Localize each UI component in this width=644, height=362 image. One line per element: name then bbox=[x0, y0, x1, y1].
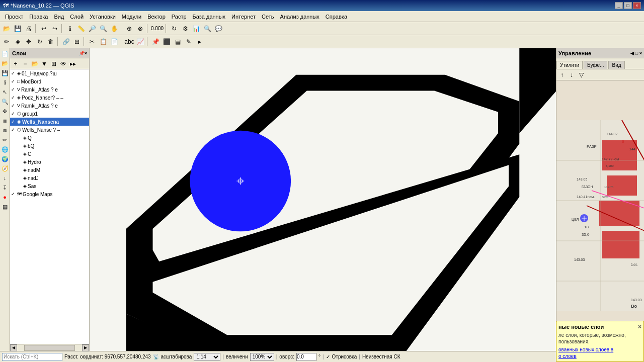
menu-edit[interactable]: Правка bbox=[26, 13, 51, 21]
tab-buffer[interactable]: Буфе... bbox=[584, 61, 607, 69]
rp-tb-down[interactable]: ↓ bbox=[567, 70, 576, 79]
vt-select[interactable]: ↖ bbox=[1, 87, 10, 97]
rp-tb-up[interactable]: ↑ bbox=[557, 70, 567, 79]
layer-item[interactable]: ◈C bbox=[10, 150, 89, 158]
tb2-snap[interactable]: 🔗 bbox=[60, 36, 71, 47]
layer-item[interactable]: ✓⬡Wells_Nanse ? – bbox=[10, 126, 89, 134]
menu-database[interactable]: База данных bbox=[190, 13, 229, 21]
vt-red-dot[interactable]: ● bbox=[1, 193, 10, 202]
scale-select[interactable]: 1:14 1:100 1:1000 bbox=[194, 353, 220, 361]
layers-tb-filter[interactable]: ▼ bbox=[40, 59, 49, 68]
vt-pan[interactable]: ✥ bbox=[1, 107, 10, 116]
tb-refresh[interactable]: ↻ bbox=[169, 23, 180, 34]
tb2-move[interactable]: ✥ bbox=[23, 36, 34, 47]
hscroll-track[interactable] bbox=[24, 345, 75, 351]
tb2-more[interactable]: ▸ bbox=[194, 36, 205, 47]
menu-raster[interactable]: Растр bbox=[169, 13, 190, 21]
tb-feature-count[interactable]: 📊 bbox=[191, 23, 202, 34]
tb2-diagram[interactable]: 📈 bbox=[135, 36, 146, 47]
maximize-btn[interactable]: □ bbox=[624, 2, 632, 9]
vt-down1[interactable]: ↓ bbox=[1, 173, 10, 183]
menu-modules[interactable]: Модули bbox=[119, 13, 144, 21]
layers-list[interactable]: ✓◈01_Надмор.?ш✓□ModBord✓VRamki_Atlas ? е… bbox=[10, 69, 89, 344]
tb-pan[interactable]: ✋ bbox=[109, 23, 120, 34]
layer-item[interactable]: ✓□ModBord bbox=[10, 77, 89, 85]
layers-tb-open[interactable]: 📂 bbox=[30, 59, 39, 68]
tb-redo[interactable]: ↪ bbox=[49, 23, 60, 34]
tb-print[interactable]: 🖨 bbox=[23, 23, 34, 34]
window-controls[interactable]: _ □ × bbox=[615, 2, 641, 9]
vt-open[interactable]: 📂 bbox=[1, 59, 10, 68]
menu-network[interactable]: Сеть bbox=[259, 13, 277, 21]
layers-tb-group[interactable]: ⊞ bbox=[49, 59, 58, 68]
layer-checkbox[interactable]: ✓ bbox=[11, 87, 17, 92]
tb2-cut[interactable]: ✂ bbox=[87, 36, 98, 47]
layer-item[interactable]: ✓◉Wells_Nansena bbox=[10, 118, 89, 126]
hscroll-left[interactable]: ◀ bbox=[10, 344, 17, 351]
layer-checkbox[interactable]: ✓ bbox=[11, 111, 17, 116]
menu-view[interactable]: Вид bbox=[51, 13, 67, 21]
tb-zoom-in[interactable]: 🔎 bbox=[87, 23, 98, 34]
vt-new[interactable]: 📄 bbox=[1, 49, 10, 58]
tb-zoom-out[interactable]: 🔍 bbox=[98, 23, 109, 34]
menu-internet[interactable]: Интернет bbox=[228, 13, 259, 21]
tb-map-tips[interactable]: 💬 bbox=[213, 23, 224, 34]
vt-save[interactable]: 💾 bbox=[1, 68, 10, 77]
rp-tb-expand[interactable]: ▽ bbox=[577, 70, 586, 79]
map-canvas[interactable] bbox=[90, 48, 556, 351]
close-btn[interactable]: × bbox=[633, 2, 641, 9]
layer-item[interactable]: ◈Sas bbox=[10, 182, 89, 190]
layer-checkbox[interactable]: ✓ bbox=[11, 95, 17, 100]
tb-identify[interactable]: ℹ bbox=[64, 23, 75, 34]
tb-save[interactable]: 💾 bbox=[12, 23, 23, 34]
layer-checkbox[interactable]: ✓ bbox=[11, 119, 17, 124]
menu-analysis[interactable]: Анализ данных bbox=[277, 13, 323, 21]
vt-edit[interactable]: ✏ bbox=[1, 135, 10, 144]
hscroll-right[interactable]: ▶ bbox=[82, 344, 89, 351]
layer-checkbox[interactable]: ✓ bbox=[11, 71, 17, 76]
tab-view[interactable]: Вид bbox=[608, 61, 624, 69]
right-panel-controls[interactable]: ◀ □ × bbox=[630, 51, 642, 56]
vt-zoom[interactable]: 🔍 bbox=[1, 97, 10, 106]
layer-item[interactable]: ✓◈Podz_Nanser? – – bbox=[10, 94, 89, 102]
notif-close-btn[interactable]: × bbox=[638, 323, 641, 330]
layer-item[interactable]: ◈nadJ bbox=[10, 174, 89, 182]
rotation-input[interactable] bbox=[296, 353, 316, 361]
layer-checkbox[interactable]: ✓ bbox=[11, 127, 17, 132]
tb2-rotate[interactable]: ↻ bbox=[34, 36, 45, 47]
menu-help[interactable]: Справка bbox=[323, 13, 350, 21]
layer-item[interactable]: ✓VRamki_Atlas ? е bbox=[10, 85, 89, 94]
tb-undo[interactable]: ↩ bbox=[38, 23, 49, 34]
minimize-btn[interactable]: _ bbox=[615, 2, 623, 9]
tb2-pin[interactable]: 📌 bbox=[150, 36, 161, 47]
tb2-digitize[interactable]: ✎ bbox=[183, 36, 194, 47]
tab-utilities[interactable]: Утилити bbox=[556, 61, 583, 69]
tb2-align[interactable]: ⬛ bbox=[161, 36, 172, 47]
tb2-paste[interactable]: 📄 bbox=[109, 36, 120, 47]
menu-layer[interactable]: Слой bbox=[67, 13, 87, 21]
vt-info[interactable]: ℹ bbox=[1, 78, 10, 87]
vt-grid1[interactable]: ▦ bbox=[1, 116, 10, 125]
vt-grid2[interactable]: ▩ bbox=[1, 126, 10, 135]
tb2-copy[interactable]: 📋 bbox=[98, 36, 109, 47]
vt-down2[interactable]: ↧ bbox=[1, 183, 10, 192]
tb2-draw[interactable]: ✏ bbox=[1, 36, 12, 47]
tb2-node[interactable]: ◈ bbox=[12, 36, 23, 47]
tb2-topology[interactable]: ⊞ bbox=[71, 36, 83, 47]
layer-item[interactable]: ✓VRamki_Atlas ? е bbox=[10, 102, 89, 110]
tb-locator[interactable]: 🔍 bbox=[202, 23, 213, 34]
tb2-arrange[interactable]: ▤ bbox=[172, 36, 183, 47]
tb-open[interactable]: 📂 bbox=[1, 23, 12, 34]
layers-tb-add[interactable]: + bbox=[11, 59, 20, 68]
layers-tb-remove[interactable]: − bbox=[21, 59, 30, 68]
layer-item[interactable]: ◈nadM bbox=[10, 166, 89, 174]
tb2-delete[interactable]: 🗑 bbox=[45, 36, 56, 47]
vt-globe1[interactable]: 🌐 bbox=[1, 145, 10, 154]
layer-item[interactable]: ✓◈01_Надмор.?ш bbox=[10, 69, 89, 77]
vt-table[interactable]: ▦ bbox=[1, 202, 10, 211]
layers-tb-more[interactable]: ▸▸ bbox=[68, 59, 77, 68]
layer-item[interactable]: ◈bQ bbox=[10, 142, 89, 150]
tb-select[interactable]: ⊕ bbox=[124, 23, 135, 34]
layer-item[interactable]: ◈Q bbox=[10, 134, 89, 142]
vt-globe2[interactable]: 🌍 bbox=[1, 154, 10, 163]
